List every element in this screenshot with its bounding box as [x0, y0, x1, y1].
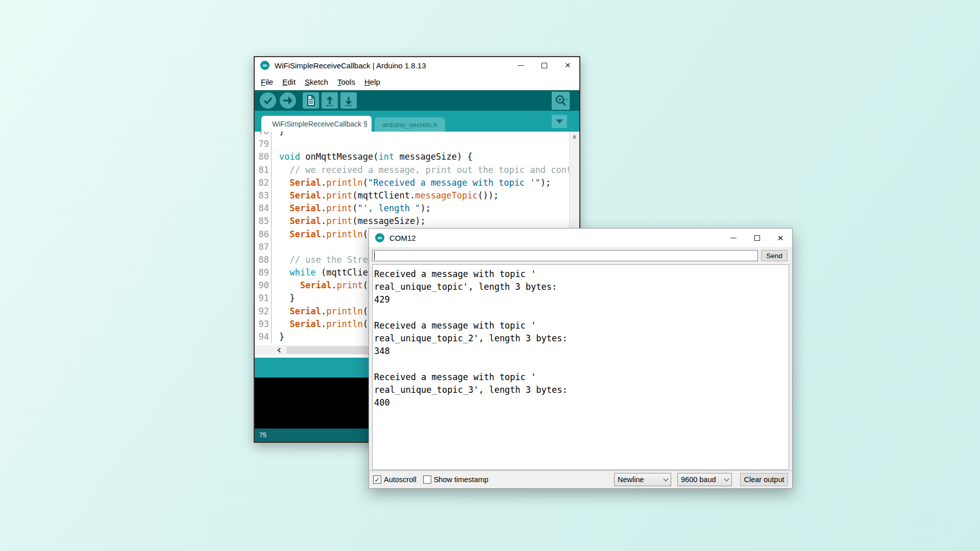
autoscroll-label: Autoscroll: [384, 475, 416, 484]
serial-monitor-window: ∞ COM12 ✕ Send Received a message with t…: [369, 228, 793, 489]
tab-bar: WiFiSimpleReceiveCallback § arduino_secr…: [255, 111, 579, 132]
clear-output-button[interactable]: Clear output: [740, 473, 788, 486]
serial-output-area[interactable]: Received a message with topic 'real_uniq…: [372, 264, 789, 470]
verify-button[interactable]: [259, 92, 277, 109]
serial-output-line: real_unique_topic_3', length 3 bytes:: [374, 384, 787, 396]
ide-titlebar[interactable]: ∞ WiFiSimpleReceiveCallback | Arduino 1.…: [255, 57, 579, 73]
verify-icon: [259, 92, 277, 109]
serial-output-line: 400: [374, 396, 787, 409]
tab-wifisimplereceivecallback[interactable]: WiFiSimpleReceiveCallback §: [261, 116, 372, 132]
serial-window-title: COM12: [389, 234, 722, 242]
line-number: 90: [255, 279, 269, 292]
tab-label: WiFiSimpleReceiveCallback §: [272, 120, 368, 128]
new-sketch-button[interactable]: [303, 92, 319, 109]
code-line: Serial.print(messageSize);: [279, 215, 569, 228]
line-number-gutter: 7879808182838485868788899091929394: [255, 132, 272, 343]
menu-bar: FileEditSketchToolsHelp: [255, 73, 579, 90]
serial-output-line: [374, 358, 787, 370]
serial-output-line: real_unique_topic', length 3 bytes:: [374, 281, 787, 293]
current-line-indicator: 75: [259, 432, 266, 439]
line-number: 85: [255, 215, 269, 228]
show-timestamp-label: Show timestamp: [434, 475, 488, 484]
upload-button[interactable]: [279, 92, 297, 109]
minimize-button[interactable]: [509, 57, 532, 73]
close-button[interactable]: ✕: [769, 229, 792, 247]
chevron-down-icon: [556, 119, 563, 123]
line-number: 82: [255, 177, 269, 189]
line-number: 86: [255, 228, 269, 241]
serial-output-line: Received a message with topic ': [374, 268, 787, 281]
code-line: Serial.print(mqttClient.messageTopic());: [279, 189, 569, 202]
save-icon: [340, 92, 357, 109]
minimize-button[interactable]: [722, 229, 745, 247]
code-line: }: [279, 132, 569, 138]
serial-output-line: [374, 307, 787, 319]
menu-sketch[interactable]: Sketch: [300, 78, 333, 86]
line-number: 79: [255, 138, 269, 151]
text-caret: [374, 252, 375, 260]
ide-toolbar: [255, 90, 579, 111]
serial-output-line: 429: [374, 293, 787, 306]
line-number: 80: [255, 151, 269, 163]
tab-arduino-secrets[interactable]: arduino_secrets.h: [375, 117, 445, 132]
minimize-icon: [730, 238, 737, 238]
menu-tools[interactable]: Tools: [333, 78, 360, 86]
line-number: 89: [255, 266, 269, 279]
maximize-icon: [542, 63, 547, 68]
close-button[interactable]: ✕: [556, 57, 579, 73]
menu-help[interactable]: Help: [360, 78, 385, 86]
maximize-icon: [754, 235, 760, 241]
autoscroll-checkbox[interactable]: ✓: [373, 475, 381, 484]
line-ending-value: Newline: [618, 475, 664, 484]
code-line: Serial.print("', length ");: [279, 202, 569, 215]
line-number: 87: [255, 241, 269, 254]
send-button-label: Send: [766, 252, 782, 260]
line-number: 83: [255, 189, 269, 202]
serial-output-line: 348: [374, 345, 787, 358]
chevron-down-icon: [664, 476, 669, 481]
line-number: 92: [255, 305, 269, 318]
serial-output-line: real_unique_topic_2', length 3 bytes:: [374, 332, 787, 345]
baud-rate-value: 9600 baud: [681, 475, 725, 484]
clear-output-label: Clear output: [744, 475, 785, 484]
maximize-button[interactable]: [745, 229, 769, 247]
scroll-left-button[interactable]: [274, 346, 284, 354]
close-icon: ✕: [777, 234, 784, 242]
minimize-icon: [518, 65, 524, 66]
show-timestamp-checkbox[interactable]: [423, 475, 431, 484]
ide-window-title: WiFiSimpleReceiveCallback | Arduino 1.8.…: [275, 61, 509, 70]
tab-label: arduino_secrets.h: [382, 121, 437, 129]
open-button[interactable]: [322, 92, 338, 109]
line-number: 93: [255, 318, 269, 331]
maximize-button[interactable]: [532, 57, 556, 73]
arduino-logo-icon: ∞: [260, 61, 270, 70]
serial-titlebar[interactable]: ∞ COM12 ✕: [369, 229, 792, 247]
code-line: // we received a message, print out the …: [279, 164, 569, 177]
menu-file[interactable]: File: [256, 78, 278, 86]
line-ending-dropdown[interactable]: Newline: [614, 473, 671, 486]
serial-bottom-bar: ✓ Autoscroll Show timestamp Newline 9600…: [369, 470, 792, 488]
save-button[interactable]: [340, 92, 357, 109]
tab-list-button[interactable]: [552, 115, 567, 128]
serial-monitor-icon: [552, 92, 570, 110]
serial-send-input[interactable]: [372, 250, 758, 261]
line-number: 78: [255, 132, 269, 138]
code-line: void onMqttMessage(int messageSize) {: [279, 151, 569, 163]
baud-rate-dropdown[interactable]: 9600 baud: [677, 473, 732, 486]
line-number: 88: [255, 254, 269, 266]
line-number: 94: [255, 331, 269, 343]
upload-icon: [279, 92, 297, 109]
line-number: 84: [255, 202, 269, 215]
serial-output-line: Received a message with topic ': [374, 319, 787, 332]
close-icon: ✕: [565, 62, 571, 69]
scroll-left-icon: [278, 348, 283, 353]
send-button[interactable]: Send: [761, 250, 788, 261]
new-sketch-icon: [303, 92, 319, 109]
code-line: [279, 138, 569, 151]
serial-output-line: Received a message with topic ': [374, 371, 787, 384]
menu-edit[interactable]: Edit: [278, 78, 300, 86]
line-number: 91: [255, 292, 269, 305]
serial-monitor-button[interactable]: [552, 92, 570, 110]
code-line: Serial.println("Received a message with …: [279, 177, 569, 189]
open-icon: [322, 92, 338, 109]
